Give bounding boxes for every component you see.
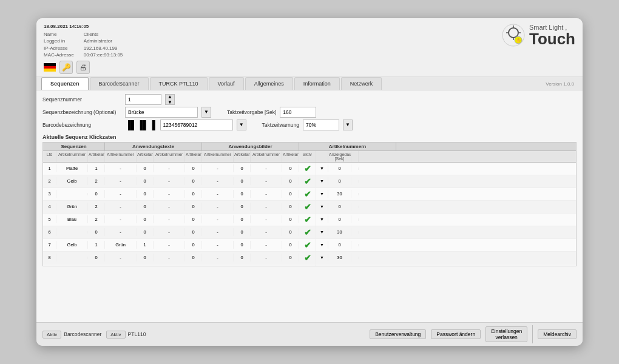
table-row[interactable]: 7Gelb1Grün1-0-0-0✔▼0 <box>43 239 576 252</box>
table-row[interactable]: 60-0-0-0-0✔▼30 <box>43 226 576 239</box>
table-row[interactable]: 9Human1Blume2-0-0-0✔▼0 <box>43 265 576 266</box>
col-down <box>316 151 328 162</box>
table-cell: 0 <box>282 190 299 198</box>
table-cell: 0 <box>88 228 105 236</box>
taktzeitvorgabe-label: Taktzeitvorgabe [Sek] <box>227 109 276 115</box>
table-cell: 0 <box>282 228 299 236</box>
passwort-btn[interactable]: Passwort ändern <box>431 329 481 339</box>
anzeige-cell: 0 <box>328 203 351 211</box>
down-cell[interactable]: ▼ <box>316 177 328 185</box>
table-row[interactable]: 4Grün2-0-0-0-0✔▼0 <box>43 201 576 214</box>
tab-barcodescanner[interactable]: BarcodeScanner <box>90 77 149 90</box>
aktiv-cell[interactable]: ✔ <box>299 201 316 213</box>
barcodebezeichnung-input[interactable] <box>160 120 233 130</box>
table-row[interactable]: 1Platte1-0-0-0-0✔▼0 <box>43 163 576 175</box>
col-anz2: Artikelanzahl <box>137 151 154 162</box>
table-row[interactable]: 30-0-0-0-0✔▼30 <box>43 188 576 201</box>
table-cell: 0 <box>234 228 251 236</box>
ptl110-label: PTL110 <box>128 331 146 337</box>
taktzeitwarnung-input[interactable] <box>303 120 339 130</box>
down-cell[interactable]: ▼ <box>316 164 328 172</box>
taktzeitwarnung-dropdown[interactable]: ▼ <box>343 120 353 130</box>
table-row[interactable]: 5Blau2-0-0-0-0✔▼0 <box>43 214 576 226</box>
table-cell: 1 <box>137 241 154 249</box>
down-cell[interactable]: ▼ <box>316 190 328 198</box>
sequenzbezeichnung-dropdown[interactable]: ▼ <box>201 107 211 118</box>
table-cell: 0 <box>137 190 154 198</box>
th-anwendungstexte: Anwendungstexte <box>105 143 202 150</box>
tab-netzwerk[interactable]: Netzwerk <box>341 77 382 90</box>
aktiv-cell[interactable]: ✔ <box>299 226 316 238</box>
aktiv-cell[interactable]: ✔ <box>299 252 316 264</box>
flag-icon[interactable] <box>44 63 56 72</box>
scroll-cell <box>351 180 359 183</box>
table-cell: - <box>251 164 282 172</box>
taktzeitwarnung-label: Taktzeitwarnung <box>262 122 299 128</box>
th-sequenzen: Sequenzen <box>43 143 105 150</box>
tab-turck[interactable]: TURCK PTL110 <box>150 77 208 90</box>
tab-vorlauf[interactable]: Vorlauf <box>209 77 244 90</box>
benutzerverwaltung-btn[interactable]: Benutzerverwaltung <box>370 329 426 339</box>
table-cell: 0 <box>234 177 251 185</box>
sequenznummer-row: Sequenznummer ▲▼ <box>42 94 577 105</box>
table-group-headers: Sequenzen Anwendungstexte Anwendungsbild… <box>43 143 576 151</box>
meldearchiv-btn[interactable]: Meldearchiv <box>538 329 577 339</box>
logo-touch: Touch <box>529 31 575 47</box>
logged-value: Administrator <box>84 38 123 44</box>
nav-tabs: Sequenzen BarcodeScanner TURCK PTL110 Vo… <box>36 77 583 90</box>
tab-sequenzen[interactable]: Sequenzen <box>41 77 89 90</box>
down-cell[interactable]: ▼ <box>316 254 328 261</box>
table-row[interactable]: 2Gelb2-0-0-0-0✔▼0 <box>43 175 576 188</box>
barcodebezeichnung-dropdown[interactable]: ▼ <box>237 120 246 130</box>
table-cell: - <box>105 177 137 185</box>
table-row[interactable]: 80-0-0-0-0✔▼30 <box>43 252 576 265</box>
table-cell: 1 <box>43 164 56 172</box>
einstellungen-btn[interactable]: Einstellungen verlassen <box>485 326 527 342</box>
table-sub-headers: Lfd Artikelnummer Artikelanzahl Artikeln… <box>43 151 576 163</box>
table-cell: 0 <box>185 254 202 261</box>
data-table: Sequenzen Anwendungstexte Anwendungsbild… <box>42 142 577 266</box>
sequenznummer-input[interactable] <box>125 94 161 105</box>
table-cell <box>56 231 88 234</box>
down-cell[interactable]: ▼ <box>316 241 328 249</box>
table-cell: - <box>202 254 234 261</box>
col-art1: Artikelnummer <box>56 151 88 162</box>
table-cell: 1 <box>88 241 105 249</box>
aktiv-cell[interactable]: ✔ <box>299 239 316 251</box>
table-cell: 2 <box>88 177 105 185</box>
anzeige-cell: 30 <box>328 228 351 236</box>
table-cell: 0 <box>185 177 202 185</box>
header: 18.08.2021 14:16:05 Name Logged in IP-Ad… <box>36 18 583 77</box>
table-cell: Gelb <box>56 241 88 249</box>
footer-aktiv1: Aktiv Barcodescanner <box>42 331 101 339</box>
tab-allgemeines[interactable]: Allgemeines <box>245 77 293 90</box>
table-cell: - <box>154 254 185 261</box>
table-cell: 0 <box>137 203 154 211</box>
printer-icon[interactable]: 🖨 <box>76 61 90 74</box>
footer-bar: Aktiv Barcodescanner Aktiv PTL110 Benutz… <box>36 322 583 346</box>
table-cell: 0 <box>137 228 154 236</box>
taktzeitwarnung-section: Taktzeitwarnung ▼ <box>262 120 353 130</box>
table-cell: - <box>251 177 282 185</box>
version-label: Version 1.0.0 <box>542 78 578 90</box>
tab-information[interactable]: Information <box>294 77 340 90</box>
table-cell: - <box>105 215 137 223</box>
aktiv-cell[interactable]: ✔ <box>299 188 316 200</box>
aktiv-cell[interactable]: ✔ <box>299 175 316 187</box>
aktiv-cell[interactable]: ✔ <box>299 163 316 175</box>
sequenznummer-spinner[interactable]: ▲▼ <box>165 94 175 105</box>
sequenzbezeichnung-input[interactable] <box>125 107 198 118</box>
down-cell[interactable]: ▼ <box>316 215 328 223</box>
table-cell: - <box>251 215 282 223</box>
down-cell[interactable]: ▼ <box>316 203 328 211</box>
aktiv-cell[interactable]: ✔ <box>299 265 316 266</box>
key-icon[interactable]: 🔑 <box>59 61 73 74</box>
table-cell: - <box>202 215 234 223</box>
header-info: 18.08.2021 14:16:05 Name Logged in IP-Ad… <box>44 23 123 74</box>
footer-aktiv2: Aktiv PTL110 <box>106 331 146 339</box>
scroll-cell <box>351 206 359 208</box>
datetime: 18.08.2021 14:16:05 <box>44 23 123 30</box>
aktiv-cell[interactable]: ✔ <box>299 214 316 226</box>
down-cell[interactable]: ▼ <box>316 228 328 236</box>
taktzeitvorgabe-input[interactable] <box>280 107 316 118</box>
